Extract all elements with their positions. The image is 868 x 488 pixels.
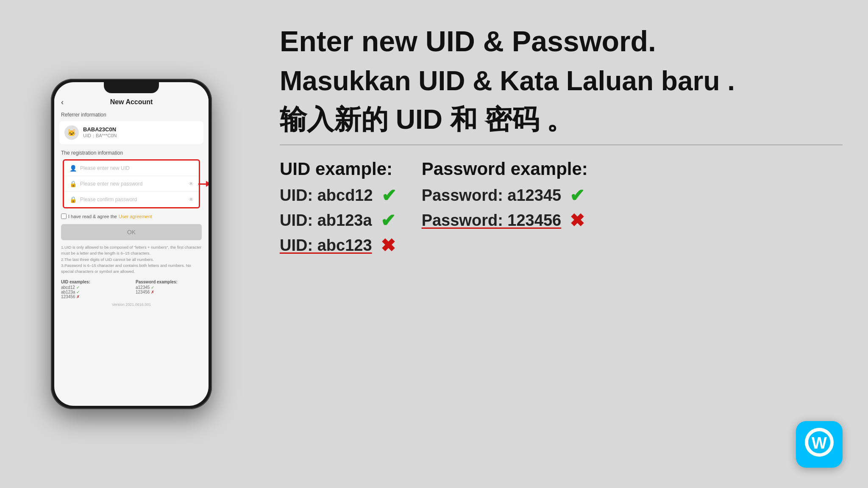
ok-button[interactable]: OK xyxy=(61,224,202,240)
uid-ex3-cross: ✗ xyxy=(76,294,80,299)
avatar: 🐱 xyxy=(64,125,79,140)
uid-ex1: abcd12 ✓ xyxy=(61,285,127,290)
pwd-ex2-cross: ✗ xyxy=(151,290,154,294)
pwd-ex2-cross-icon: ✖ xyxy=(570,210,584,231)
lock2-icon: 🔒 xyxy=(69,196,77,203)
phone-shell: ‹ New Account Referrer information 🐱 BAB… xyxy=(51,79,212,409)
uid-placeholder-text: Please enter new UID xyxy=(80,165,194,171)
uid-ex3-line: UID: abc123 ✖ xyxy=(280,235,396,256)
uid-ex3: 123456 ✗ xyxy=(61,294,127,299)
password-input-row[interactable]: 🔒 Please enter new password 👁 xyxy=(64,176,199,192)
confirm-placeholder-text: Please confirm password xyxy=(80,197,185,202)
uid-ex2: ab123a ✓ xyxy=(61,290,127,294)
user-icon: 👤 xyxy=(69,165,77,172)
pwd-ex2-text: Password: 123456 xyxy=(422,211,562,230)
right-panel: Enter new UID & Password. Masukkan UID &… xyxy=(246,0,868,488)
pwd-ex1-check: ✓ xyxy=(151,285,154,290)
uid-ex1-check: ✓ xyxy=(76,285,80,290)
uid-example-block: UID example: UID: abcd12 ✔ UID: ab123a ✔… xyxy=(280,159,396,256)
uid-ex2-check: ✓ xyxy=(76,290,80,294)
pwd-ex1-check-icon: ✔ xyxy=(570,185,584,206)
w-logo-letter: W xyxy=(804,427,834,461)
pwd-ex-title: Password examples: xyxy=(136,280,202,284)
pwd-ex1: a12345 ✓ xyxy=(136,285,202,290)
referrer-label: Referrer information xyxy=(54,108,209,119)
subtitle-malay: Masukkan UID & Kata Laluan baru . xyxy=(280,66,843,97)
back-button[interactable]: ‹ xyxy=(61,98,64,107)
left-panel: ‹ New Account Referrer information 🐱 BAB… xyxy=(0,0,246,488)
pwd-example-block: Password example: Password: a12345 ✔ Pas… xyxy=(422,159,588,231)
pwd-ex1-text: Password: a12345 xyxy=(422,186,562,205)
referrer-box: 🐱 BABA23C0N UID：BA***C0N xyxy=(59,121,203,144)
subtitle-chinese: 输入新的 UID 和 密码 。 xyxy=(280,103,843,136)
uid-ex2-check-icon: ✔ xyxy=(381,210,395,231)
highlight-container: 👤 Please enter new UID 🔒 Please enter ne… xyxy=(58,158,204,209)
screen-title: New Account xyxy=(110,98,153,106)
agree-checkbox[interactable] xyxy=(61,214,67,219)
referrer-uid: UID：BA***C0N xyxy=(83,133,117,139)
uid-ex1-line: UID: abcd12 ✔ xyxy=(280,185,396,206)
w-logo: W xyxy=(796,421,843,468)
pwd-ex1-line: Password: a12345 ✔ xyxy=(422,185,588,206)
rules-text: 1.UID is only allowed to be composed of … xyxy=(54,242,209,277)
examples-section: UID example: UID: abcd12 ✔ UID: ab123a ✔… xyxy=(280,159,843,256)
pwd-example-heading: Password example: xyxy=(422,159,588,179)
phone-screen: ‹ New Account Referrer information 🐱 BAB… xyxy=(54,82,209,406)
phone-notch xyxy=(104,82,159,93)
input-fields-box[interactable]: 👤 Please enter new UID 🔒 Please enter ne… xyxy=(63,159,200,208)
divider xyxy=(280,144,843,145)
uid-input-row[interactable]: 👤 Please enter new UID xyxy=(64,161,199,176)
referrer-name: BABA23C0N xyxy=(83,126,117,133)
app-screen: ‹ New Account Referrer information 🐱 BAB… xyxy=(54,82,209,406)
referrer-info: BABA23C0N UID：BA***C0N xyxy=(83,126,117,139)
arrow-indicator xyxy=(198,181,209,187)
pwd-examples-col: Password examples: a12345 ✓ 123456 ✗ xyxy=(136,280,202,299)
main-title: Enter new UID & Password. xyxy=(280,25,843,57)
agree-row: I have read & agree the User agreement xyxy=(54,210,209,222)
uid-ex1-text: UID: abcd12 xyxy=(280,186,373,205)
uid-ex3-cross-icon: ✖ xyxy=(381,235,395,256)
nav-bar: ‹ New Account xyxy=(54,96,209,108)
confirm-input-row[interactable]: 🔒 Please confirm password 👁 xyxy=(64,192,199,207)
eye2-icon[interactable]: 👁 xyxy=(189,197,194,202)
pwd-ex2-line: Password: 123456 ✖ xyxy=(422,210,588,231)
examples-row: UID examples: abcd12 ✓ ab123a ✓ 123456 ✗ xyxy=(54,277,209,301)
lock-icon: 🔒 xyxy=(69,180,77,187)
pwd-ex2: 123456 ✗ xyxy=(136,290,202,294)
user-agreement-link[interactable]: User agreement xyxy=(119,214,152,219)
eye-icon[interactable]: 👁 xyxy=(189,181,194,187)
uid-ex3-text: UID: abc123 xyxy=(280,236,372,255)
uid-ex-title: UID examples: xyxy=(61,280,127,284)
uid-ex1-check-icon: ✔ xyxy=(381,185,396,206)
uid-ex2-text: UID: ab123a xyxy=(280,211,372,230)
uid-example-heading: UID example: xyxy=(280,159,396,179)
uid-examples-col: UID examples: abcd12 ✓ ab123a ✓ 123456 ✗ xyxy=(61,280,127,299)
svg-text:W: W xyxy=(812,434,827,452)
reg-label: The registration information xyxy=(54,146,209,158)
agree-text: I have read & agree the xyxy=(68,214,117,219)
password-placeholder-text: Please enter new password xyxy=(80,181,185,187)
version-text: Version 2021.0616.001 xyxy=(54,301,209,308)
uid-ex2-line: UID: ab123a ✔ xyxy=(280,210,396,231)
